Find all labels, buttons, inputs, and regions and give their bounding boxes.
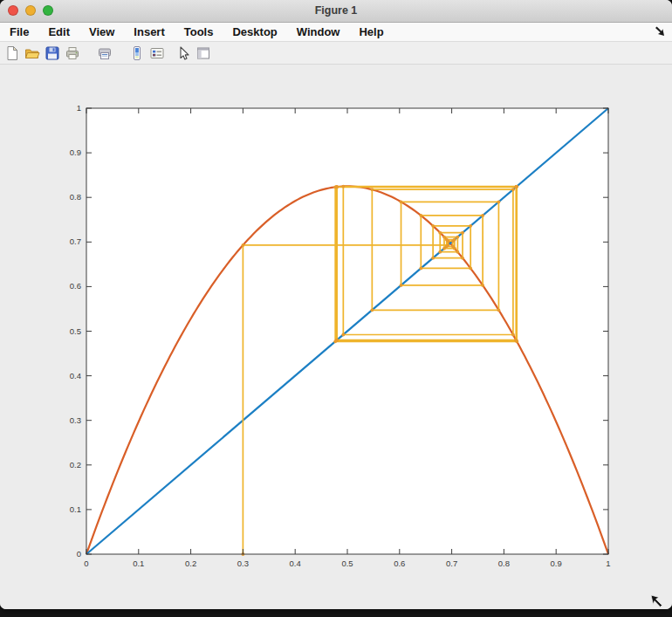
menu-item-edit[interactable]: Edit: [38, 23, 79, 41]
toolbar-edit-plot-button[interactable]: [174, 44, 193, 63]
menu-item-desktop[interactable]: Desktop: [223, 23, 286, 41]
legend-icon: [149, 45, 165, 61]
arrow-se-icon: [654, 25, 666, 38]
y-tick-label: 0.4: [70, 371, 81, 380]
menu-item-view[interactable]: View: [79, 23, 124, 41]
toolbar-open-file-button[interactable]: [23, 44, 42, 63]
printer-page-icon: [97, 45, 113, 61]
colorbar-icon: [129, 45, 145, 61]
menubar: FileEditViewInsertToolsDesktopWindowHelp: [0, 23, 672, 42]
y-tick-label: 0.3: [70, 415, 81, 425]
x-tick-label: 0.8: [498, 559, 510, 568]
close-button[interactable]: [8, 5, 18, 16]
x-tick-label: 0.7: [446, 559, 457, 568]
x-tick-label: 0.1: [133, 559, 144, 568]
toolbar-insert-legend-button[interactable]: [147, 44, 167, 63]
x-tick-label: 0: [84, 559, 88, 568]
y-tick-label: 0.5: [70, 326, 81, 336]
toolbar-dock-figure-button[interactable]: [194, 44, 213, 63]
toolbar-new-figure-button[interactable]: [3, 44, 22, 63]
toolbar-print-figure-button[interactable]: [63, 44, 82, 63]
cursor-arrow-icon: [175, 45, 191, 61]
y-tick-label: 0.6: [70, 281, 81, 291]
figure-window: Figure 1 FileEditViewInsertToolsDesktopW…: [0, 0, 672, 609]
window-title: Figure 1: [0, 0, 672, 22]
y-tick-label: 1: [77, 103, 81, 113]
menu-item-tools[interactable]: Tools: [175, 23, 223, 41]
x-tick-label: 1: [606, 559, 610, 568]
figure-canvas: 00.10.20.30.40.50.60.70.80.9100.10.20.30…: [0, 65, 672, 609]
menu-item-help[interactable]: Help: [349, 23, 393, 41]
menu-item-file[interactable]: File: [0, 23, 38, 41]
toolbar-print-preview-button[interactable]: [95, 44, 114, 63]
x-tick-label: 0.9: [551, 559, 562, 568]
new-document-icon: [4, 45, 20, 61]
floppy-disk-icon: [45, 45, 60, 61]
open-folder-icon: [24, 45, 40, 61]
printer-icon: [65, 45, 80, 61]
mouse-cursor-icon: [648, 592, 667, 609]
x-tick-label: 0.5: [341, 559, 353, 568]
y-tick-label: 0.9: [70, 147, 81, 157]
x-tick-label: 0.4: [290, 559, 301, 568]
menu-overflow-arrow-icon[interactable]: [654, 25, 666, 38]
toolbar: [0, 42, 672, 65]
y-tick-label: 0.2: [70, 460, 81, 470]
traffic-lights: [8, 5, 53, 16]
window-pane-icon: [195, 45, 211, 61]
y-tick-label: 0: [77, 549, 81, 559]
cobweb-plot: 00.10.20.30.40.50.60.70.80.9100.10.20.30…: [0, 65, 672, 609]
y-tick-label: 0.1: [70, 504, 81, 514]
x-tick-label: 0.6: [394, 559, 405, 568]
fullscreen-button[interactable]: [43, 5, 53, 16]
y-tick-label: 0.8: [70, 192, 81, 202]
toolbar-save-figure-button[interactable]: [43, 44, 62, 63]
minimize-button[interactable]: [25, 5, 36, 16]
x-tick-label: 0.2: [185, 559, 196, 568]
desktop-background: { "window": { "title": "Figure 1" }, "me…: [0, 0, 672, 617]
menu-item-window[interactable]: Window: [287, 23, 350, 41]
y-tick-label: 0.7: [70, 237, 81, 246]
x-tick-label: 0.3: [237, 559, 249, 568]
titlebar[interactable]: Figure 1: [0, 0, 672, 23]
toolbar-insert-colorbar-button[interactable]: [127, 44, 147, 63]
menu-item-insert[interactable]: Insert: [124, 23, 174, 41]
